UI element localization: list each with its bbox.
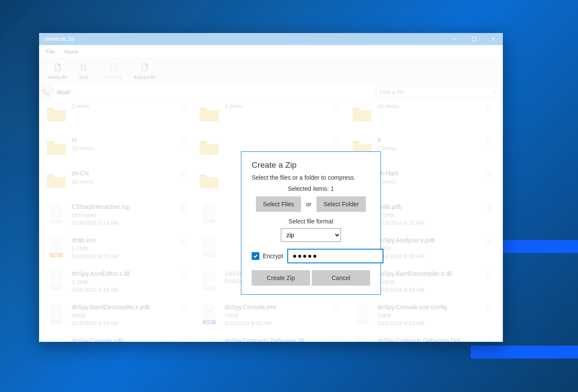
app-window: Universal Zip File About Select All Sort… [39, 33, 503, 342]
encrypt-label: Encrypt [263, 253, 283, 259]
format-select[interactable]: zip [281, 228, 341, 242]
selected-count: Selected items: 1 [252, 185, 370, 192]
password-input[interactable] [287, 249, 383, 263]
cancel-button[interactable]: Cancel [312, 270, 370, 286]
create-zip-dialog: Create a Zip Select the files or a folde… [241, 151, 381, 295]
dialog-title: Create a Zip [252, 160, 370, 170]
dialog-subtitle: Select the files or a folder to compress… [252, 174, 370, 181]
create-zip-button[interactable]: Create Zip [252, 270, 310, 286]
encrypt-checkbox[interactable] [252, 252, 259, 260]
or-label: or [306, 201, 311, 208]
select-files-button[interactable]: Select Files [256, 196, 301, 212]
select-folder-button[interactable]: Select Folder [316, 196, 365, 212]
format-label: Select file format [252, 218, 370, 225]
